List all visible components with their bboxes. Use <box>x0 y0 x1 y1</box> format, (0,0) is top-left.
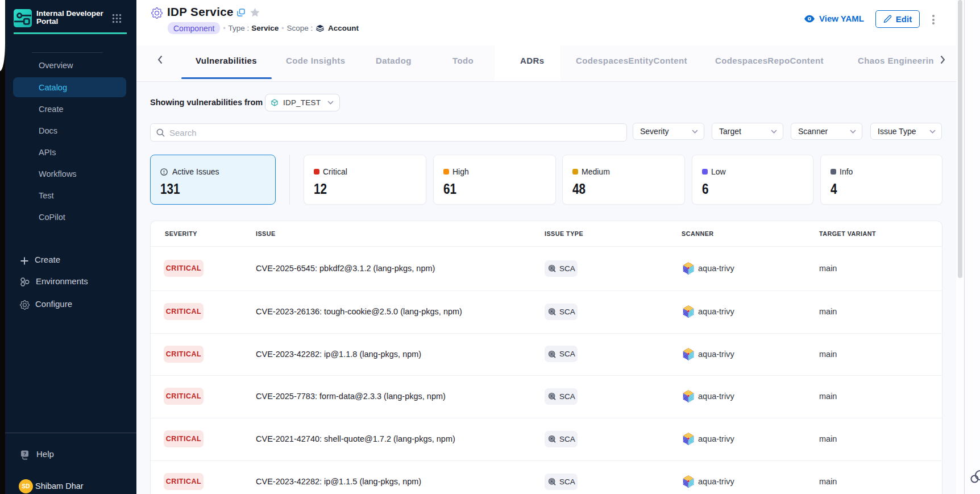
svg-text:?: ? <box>23 451 27 456</box>
